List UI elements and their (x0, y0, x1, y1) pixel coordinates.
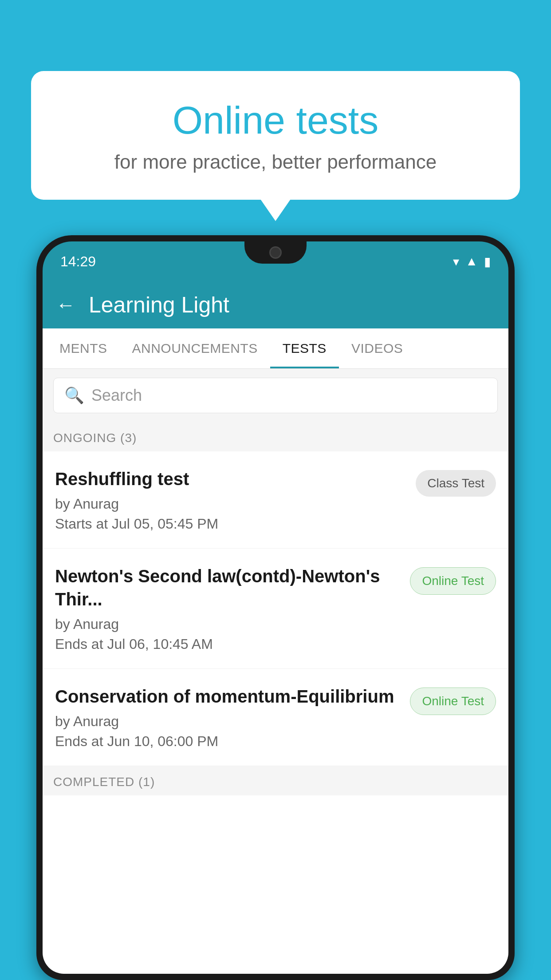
test-badge: Class Test (416, 470, 496, 497)
test-badge: Online Test (410, 567, 496, 595)
bubble-title: Online tests (53, 98, 498, 143)
test-item[interactable]: Conservation of momentum-Equilibrium by … (43, 669, 508, 766)
phone-notch (244, 241, 307, 264)
search-container: 🔍 Search (43, 369, 508, 422)
signal-icon: ▲ (465, 254, 478, 269)
test-date: Starts at Jul 05, 05:45 PM (55, 516, 407, 532)
back-button[interactable]: ← (56, 294, 75, 316)
test-name: Conservation of momentum-Equilibrium (55, 685, 401, 708)
tab-announcements[interactable]: ANNOUNCEMENTS (120, 328, 270, 368)
status-time: 14:29 (60, 253, 96, 270)
search-bar[interactable]: 🔍 Search (53, 378, 498, 413)
test-author: by Anurag (55, 616, 401, 632)
app-header: ← Learning Light (43, 281, 508, 328)
ongoing-section-header: ONGOING (3) (43, 422, 508, 451)
tab-ments[interactable]: MENTS (47, 328, 120, 368)
tabs-bar: MENTS ANNOUNCEMENTS TESTS VIDEOS (43, 328, 508, 369)
test-item[interactable]: Newton's Second law(contd)-Newton's Thir… (43, 549, 508, 669)
test-info: Reshuffling test by Anurag Starts at Jul… (55, 467, 407, 532)
test-name: Newton's Second law(contd)-Newton's Thir… (55, 565, 401, 611)
bubble-subtitle: for more practice, better performance (53, 151, 498, 173)
search-icon: 🔍 (64, 386, 84, 405)
test-author: by Anurag (55, 713, 401, 730)
completed-section-header: COMPLETED (1) (43, 766, 508, 795)
test-date: Ends at Jun 10, 06:00 PM (55, 733, 401, 750)
battery-icon: ▮ (484, 254, 491, 269)
tab-videos[interactable]: VIDEOS (339, 328, 415, 368)
app-title: Learning Light (89, 292, 229, 318)
phone-frame: 14:29 ▾ ▲ ▮ ← Learning Light MENTS ANNOU… (36, 235, 515, 980)
tab-tests[interactable]: TESTS (270, 328, 339, 368)
test-date: Ends at Jul 06, 10:45 AM (55, 636, 401, 652)
wifi-icon: ▾ (453, 254, 459, 269)
phone-screen: ← Learning Light MENTS ANNOUNCEMENTS TES… (43, 281, 508, 974)
status-bar: 14:29 ▾ ▲ ▮ (43, 241, 508, 281)
test-list: Reshuffling test by Anurag Starts at Jul… (43, 451, 508, 766)
search-input[interactable]: Search (91, 386, 142, 405)
test-info: Newton's Second law(contd)-Newton's Thir… (55, 565, 401, 652)
status-icons: ▾ ▲ ▮ (453, 254, 491, 269)
test-badge: Online Test (410, 688, 496, 715)
test-author: by Anurag (55, 496, 407, 512)
test-item[interactable]: Reshuffling test by Anurag Starts at Jul… (43, 451, 508, 549)
camera-icon (269, 246, 282, 259)
speech-bubble: Online tests for more practice, better p… (31, 71, 520, 200)
test-info: Conservation of momentum-Equilibrium by … (55, 685, 401, 750)
test-name: Reshuffling test (55, 467, 407, 490)
